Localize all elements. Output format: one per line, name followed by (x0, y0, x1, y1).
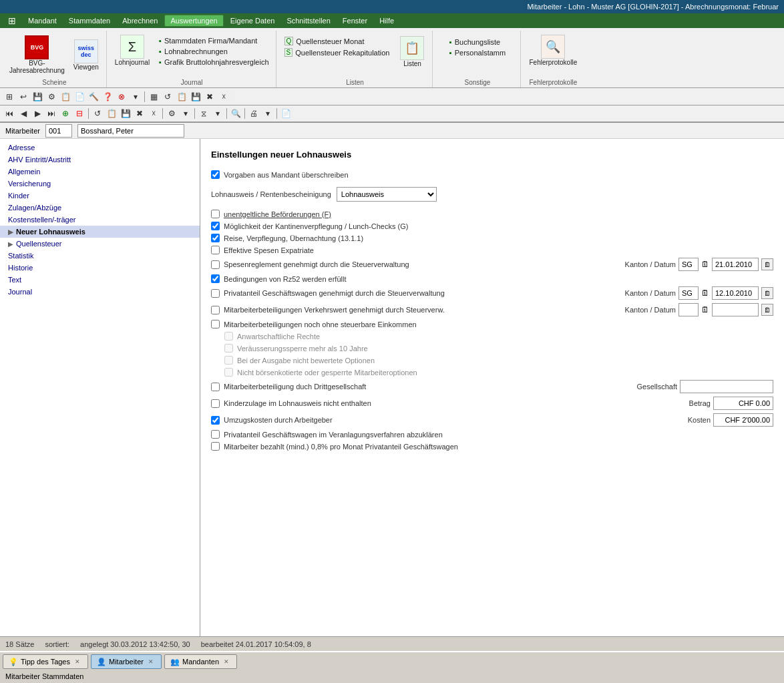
tb-back[interactable]: ↩ (17, 90, 30, 103)
listen-btn[interactable]: 📋 Listen (396, 33, 428, 69)
tb2-print-dd[interactable]: ▾ (261, 107, 274, 120)
tb-tool[interactable]: 🔨 (87, 90, 100, 103)
tb2-last[interactable]: ⏭ (45, 107, 58, 120)
tb2-undo[interactable]: ↺ (91, 107, 104, 120)
nicht-boersen-checkbox[interactable] (224, 368, 233, 377)
kantinen-checkbox[interactable] (211, 222, 220, 230)
stammdaten-firma-btn[interactable]: ▪ Stammdaten Firma/Mandant (156, 36, 271, 45)
mitarbeiter-close[interactable]: ✕ (146, 657, 156, 666)
menu-hilfe[interactable]: Hilfe (374, 15, 399, 26)
sidebar-item-zulagen[interactable]: Zulagen/Abzüge (0, 202, 200, 214)
menu-schnittstellen[interactable]: Schnittstellen (281, 15, 335, 26)
tb2-cancel[interactable]: ☓ (147, 107, 160, 120)
spesen-datum-btn[interactable]: 🗓 (761, 258, 773, 270)
viewgen-btn[interactable]: swissdec Viewgen (70, 38, 102, 72)
lohnausweis-select[interactable]: Lohnausweis Rentenbescheinigung (337, 187, 437, 202)
reise-checkbox[interactable] (211, 234, 220, 242)
quellensteuer-monat-btn[interactable]: Q Quellensteuer Monat (282, 36, 393, 46)
app-menu-btn[interactable]: ⊞ (3, 14, 21, 27)
sidebar-item-kostenstellen[interactable]: Kostenstellen/-träger (0, 214, 200, 226)
tb-close[interactable]: ⊗ (115, 90, 128, 103)
tb2-remove[interactable]: ⊟ (73, 107, 86, 120)
sidebar-item-journal[interactable]: Journal (0, 286, 200, 298)
mitarbverk-datum-input[interactable] (712, 303, 759, 316)
tb2-next[interactable]: ▶ (31, 107, 44, 120)
kinderzulage-checkbox[interactable] (211, 399, 220, 408)
privat-datum-input[interactable] (712, 286, 759, 300)
gesellschaft-input[interactable] (680, 380, 773, 393)
betrag-input[interactable] (713, 397, 773, 410)
mandanten-close[interactable]: ✕ (222, 657, 231, 666)
tb2-copy3[interactable]: 📋 (105, 107, 118, 120)
mitarbnoch-checkbox[interactable] (211, 320, 220, 328)
tb-dropdown[interactable]: ▾ (129, 90, 142, 103)
mitarbverk-datum-btn[interactable]: 🗓 (761, 304, 773, 316)
taskbar-mitarbeiter[interactable]: 👤 Mitarbeiter ✕ (91, 654, 162, 669)
tb2-gear-dd[interactable]: ▾ (179, 107, 192, 120)
spesenreglement-checkbox[interactable] (211, 260, 220, 269)
tb2-print[interactable]: 🖨 (247, 107, 260, 120)
bvg-jahresabrechnung-btn[interactable]: BVG BVG-Jahresabrechnung (7, 34, 67, 75)
tb-settings[interactable]: ⚙ (45, 90, 58, 103)
unentgeltliche-checkbox[interactable] (211, 210, 220, 218)
taskbar-mandanten[interactable]: 👥 Mandanten ✕ (164, 654, 237, 669)
tb-save2[interactable]: 💾 (189, 90, 202, 103)
umzugskosten-checkbox[interactable] (211, 416, 220, 425)
bedingungen-checkbox[interactable] (211, 274, 220, 283)
privat-datum-btn[interactable]: 🗓 (761, 287, 773, 299)
mitarbeiter-number[interactable] (45, 124, 72, 138)
lohnabrechnungen-btn[interactable]: ▪ Lohnabrechnungen (156, 47, 271, 56)
sidebar-item-historie[interactable]: Historie (0, 262, 200, 274)
mitarb-bezahlt-checkbox[interactable] (211, 442, 220, 451)
menu-mandant[interactable]: Mandant (23, 15, 62, 26)
bei-ausgabe-checkbox[interactable] (224, 356, 233, 365)
privatanteil-veranl-checkbox[interactable] (211, 430, 220, 439)
tb-doc[interactable]: 📄 (73, 90, 86, 103)
personalstamm-btn[interactable]: ▪ Personalstamm (447, 48, 508, 57)
tb-menu[interactable]: ⊞ (3, 90, 16, 103)
spesen-kanton-input[interactable] (678, 258, 699, 271)
sidebar-item-kinder[interactable]: Kinder (0, 190, 200, 202)
sidebar-item-neuer-lohnausweis[interactable]: ▶ Neuer Lohnausweis (0, 226, 200, 238)
tb2-filter-dd[interactable]: ▾ (211, 107, 224, 120)
tb2-prev[interactable]: ◀ (17, 107, 30, 120)
anwartschaftliche-checkbox[interactable] (224, 332, 233, 340)
tb-save[interactable]: 💾 (31, 90, 44, 103)
tb-copy2[interactable]: 📋 (175, 90, 188, 103)
privat-kanton-input[interactable] (678, 286, 699, 300)
sidebar-item-adresse[interactable]: Adresse (0, 142, 200, 154)
fehlerprotokolle-btn[interactable]: 🔍 Fehlerprotokolle (526, 33, 580, 67)
effektive-checkbox[interactable] (211, 246, 220, 254)
sidebar-item-text[interactable]: Text (0, 274, 200, 286)
quellensteuer-rek-btn[interactable]: S Quellensteuer Rekapitulation (282, 47, 393, 57)
sidebar-item-ahv[interactable]: AHV Eintritt/Austritt (0, 154, 200, 166)
tb2-first[interactable]: ⏮ (3, 107, 16, 120)
tb-del[interactable]: ✖ (203, 90, 216, 103)
buchungsliste-btn[interactable]: ▪ Buchungsliste (447, 37, 508, 47)
tb2-save3[interactable]: 💾 (119, 107, 132, 120)
mitarbverk-kanton-input[interactable] (678, 303, 699, 316)
tipp-close[interactable]: ✕ (73, 657, 82, 666)
verauesserung-checkbox[interactable] (224, 344, 233, 353)
sidebar-item-quellensteuer[interactable]: ▶ Quellensteuer (0, 238, 200, 250)
tb2-search[interactable]: 🔍 (229, 107, 242, 120)
kosten-input[interactable] (713, 413, 773, 427)
mitarbeiter-name[interactable] (77, 124, 184, 138)
taskbar-tipp[interactable]: 💡 Tipp des Tages ✕ (3, 654, 88, 669)
tb2-add[interactable]: ⊕ (59, 107, 72, 120)
tb-copy[interactable]: 📋 (59, 90, 72, 103)
menu-auswertungen[interactable]: Auswertungen (164, 15, 223, 27)
tb-grid[interactable]: ▦ (147, 90, 160, 103)
menu-stammdaten[interactable]: Stammdaten (63, 15, 116, 26)
sidebar-item-versicherung[interactable]: Versicherung (0, 178, 200, 190)
tb2-gear[interactable]: ⚙ (165, 107, 178, 120)
menu-abrechnen[interactable]: Abrechnen (117, 15, 163, 26)
tb-refresh[interactable]: ↺ (161, 90, 174, 103)
sidebar-item-statistik[interactable]: Statistik (0, 250, 200, 262)
spesen-datum-input[interactable] (712, 258, 759, 271)
menu-eigene-daten[interactable]: Eigene Daten (225, 15, 280, 26)
tb2-filter[interactable]: ⧖ (197, 107, 210, 120)
lohnjournal-btn[interactable]: Σ Lohnjournal (112, 33, 152, 67)
vorgaben-checkbox[interactable] (211, 170, 220, 179)
tb-x[interactable]: ☓ (217, 90, 230, 103)
